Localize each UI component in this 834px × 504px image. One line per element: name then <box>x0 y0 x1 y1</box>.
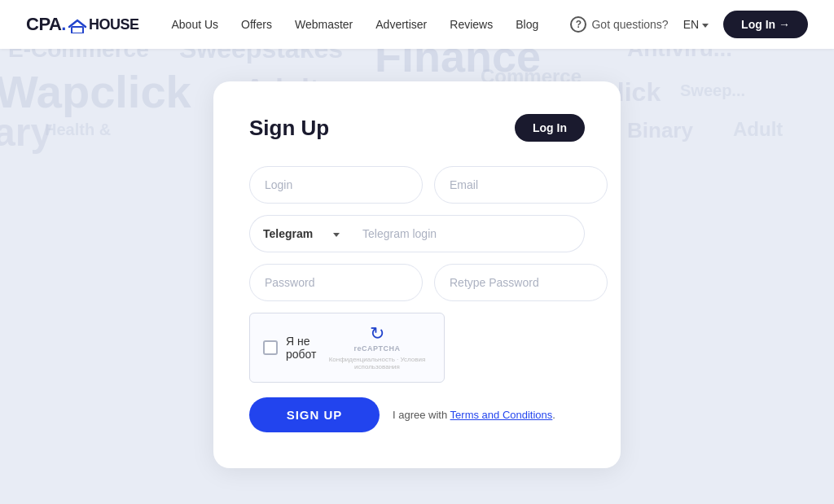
navbar: CPA . HOUSE About Us Offers Webmaster Ad… <box>0 0 834 49</box>
card-title: Sign Up <box>249 116 329 141</box>
recaptcha-icon: ↻ <box>370 325 384 343</box>
email-input[interactable] <box>434 166 608 204</box>
bottom-row: SIGN UP I agree with Terms and Condition… <box>249 397 585 432</box>
captcha-brand: reCAPTCHA <box>353 344 400 353</box>
captcha-label: Я не робот <box>286 335 323 361</box>
password-row <box>249 264 585 301</box>
nav-reviews[interactable]: Reviews <box>450 18 493 31</box>
login-email-row <box>249 166 585 204</box>
messenger-login-input[interactable] <box>348 215 585 252</box>
nav-right: ? Got questions? EN Log In → <box>570 11 808 38</box>
navbar-login-button[interactable]: Log In → <box>723 11 808 38</box>
logo-house-text: HOUSE <box>89 16 139 33</box>
signup-button[interactable]: SIGN UP <box>249 397 380 432</box>
captcha-right: ↻ reCAPTCHA Конфиденциальность · Условия… <box>323 325 431 370</box>
logo[interactable]: CPA . HOUSE <box>26 14 138 35</box>
captcha-box: Я не робот ↻ reCAPTCHA Конфиденциальност… <box>249 313 445 383</box>
terms-link[interactable]: Terms and Conditions <box>450 409 553 421</box>
logo-house-icon <box>68 17 87 32</box>
retype-password-input[interactable] <box>434 264 608 301</box>
captcha-left: Я не робот <box>263 335 323 361</box>
page-content: Sign Up Log In Telegram WhatsApp Skype <box>0 49 834 504</box>
logo-dot: . <box>61 15 66 33</box>
nav-offers[interactable]: Offers <box>241 18 272 31</box>
nav-links: About Us Offers Webmaster Advertiser Rev… <box>171 18 570 31</box>
password-input[interactable] <box>249 264 423 301</box>
nav-advertiser[interactable]: Advertiser <box>375 18 427 31</box>
nav-about-us[interactable]: About Us <box>171 18 218 31</box>
chevron-down-icon <box>702 24 709 28</box>
card-login-button[interactable]: Log In <box>515 114 585 142</box>
messenger-select-wrapper: Telegram WhatsApp Skype <box>249 215 348 252</box>
messenger-row: Telegram WhatsApp Skype <box>249 215 585 252</box>
messenger-select[interactable]: Telegram WhatsApp Skype <box>249 215 348 252</box>
login-input[interactable] <box>249 166 423 204</box>
help-circle-icon: ? <box>570 16 586 33</box>
logo-cpa-text: CPA <box>26 14 61 35</box>
nav-blog[interactable]: Blog <box>516 18 538 31</box>
card-header: Sign Up Log In <box>249 114 585 142</box>
nav-webmaster[interactable]: Webmaster <box>295 18 353 31</box>
terms-text: I agree with Terms and Conditions. <box>393 409 555 421</box>
help-button[interactable]: ? Got questions? <box>570 16 668 33</box>
signup-card: Sign Up Log In Telegram WhatsApp Skype <box>213 81 621 468</box>
captcha-checkbox[interactable] <box>263 340 278 355</box>
svg-rect-0 <box>72 27 83 33</box>
help-text: Got questions? <box>591 18 668 31</box>
captcha-sub-text: Конфиденциальность · Условия использован… <box>323 356 431 370</box>
language-label: EN <box>683 18 699 31</box>
language-selector[interactable]: EN <box>683 18 709 31</box>
